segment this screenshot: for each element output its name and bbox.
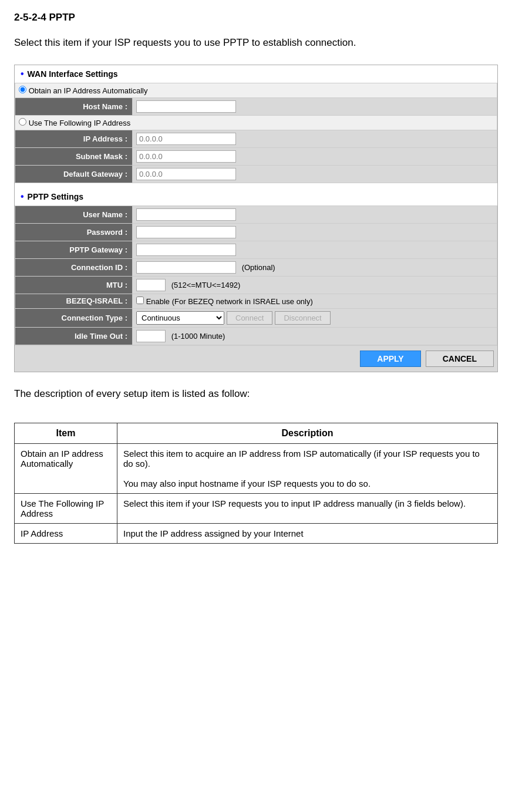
connection-id-label: Connection ID : — [15, 258, 133, 276]
ip-address-row: IP Address : — [15, 130, 497, 147]
user-name-label: User Name : — [15, 205, 133, 223]
host-name-input[interactable] — [136, 100, 236, 113]
use-following-radio[interactable] — [19, 118, 26, 126]
host-name-label: Host Name : — [15, 97, 133, 115]
desc-col-item: Item — [15, 423, 117, 444]
subnet-mask-input[interactable] — [136, 150, 236, 163]
settings-box: • WAN Interface Settings Obtain an IP Ad… — [14, 65, 498, 372]
desc-row-0: Obtain an IP address Automatically Selec… — [15, 444, 498, 494]
pptp-form-table: User Name : Password : PPTP Gateway : 0.… — [15, 205, 497, 345]
wan-bullet-icon: • — [21, 69, 24, 79]
bezeq-value-cell: Enable (For BEZEQ network in ISRAEL use … — [133, 294, 497, 308]
connection-id-value-cell: (Optional) — [133, 258, 497, 276]
obtain-auto-row: Obtain an IP Address Automatically — [15, 83, 497, 97]
connection-type-controls: Continuous Connect on Demand Manual Conn… — [136, 311, 493, 325]
bezeq-row: BEZEQ-ISRAEL : Enable (For BEZEQ network… — [15, 294, 497, 308]
default-gateway-label: Default Gateway : — [15, 165, 133, 183]
obtain-auto-radio[interactable] — [19, 86, 26, 93]
desc-desc-1: Select this item if your ISP requests yo… — [117, 494, 498, 524]
subnet-mask-label: Subnet Mask : — [15, 147, 133, 165]
desc-col-description: Description — [117, 423, 498, 444]
intro-text: Select this item if your ISP requests yo… — [14, 35, 498, 50]
ip-address-label: IP Address : — [15, 130, 133, 147]
use-following-label[interactable]: Use The Following IP Address — [19, 119, 130, 127]
ip-address-value-cell — [133, 130, 497, 147]
idle-timeout-input[interactable]: 10 — [136, 330, 166, 342]
idle-timeout-row: Idle Time Out : 10 (1-1000 Minute) — [15, 327, 497, 345]
mtu-row: MTU : 1392 (512<=MTU<=1492) — [15, 276, 497, 294]
desc-desc-0: Select this item to acquire an IP addres… — [117, 444, 498, 494]
connection-type-row: Connection Type : Continuous Connect on … — [15, 308, 497, 327]
password-row: Password : — [15, 223, 497, 241]
mtu-label: MTU : — [15, 276, 133, 294]
subnet-mask-value-cell — [133, 147, 497, 165]
wan-section-header: • WAN Interface Settings — [15, 65, 497, 83]
obtain-auto-label[interactable]: Obtain an IP Address Automatically — [19, 86, 147, 95]
pptp-gateway-input[interactable]: 0.0.0.0 — [136, 244, 236, 256]
action-row: APPLY CANCEL — [15, 345, 497, 372]
idle-timeout-value-cell: 10 (1-1000 Minute) — [133, 327, 497, 345]
pptp-bullet-icon: • — [21, 191, 24, 202]
pptp-gateway-value-cell: 0.0.0.0 — [133, 241, 497, 258]
mtu-value-cell: 1392 (512<=MTU<=1492) — [133, 276, 497, 294]
desc-item-0: Obtain an IP address Automatically — [15, 444, 117, 494]
use-following-row: Use The Following IP Address — [15, 115, 497, 130]
description-intro: The description of every setup item is l… — [14, 386, 498, 402]
bezeq-label: BEZEQ-ISRAEL : — [15, 294, 133, 308]
host-name-row: Host Name : — [15, 97, 497, 115]
user-name-value-cell — [133, 205, 497, 223]
connection-id-input[interactable] — [136, 261, 236, 274]
pptp-gateway-row: PPTP Gateway : 0.0.0.0 — [15, 241, 497, 258]
password-label: Password : — [15, 223, 133, 241]
mtu-input[interactable]: 1392 — [136, 279, 166, 291]
desc-desc-2: Input the IP address assigned by your In… — [117, 524, 498, 544]
pptp-header-label: PPTP Settings — [28, 192, 83, 201]
mtu-note: (512<=MTU<=1492) — [171, 281, 241, 289]
desc-item-2: IP Address — [15, 524, 117, 544]
bezeq-checkbox-label[interactable]: Enable (For BEZEQ network in ISRAEL use … — [136, 297, 313, 306]
default-gateway-value-cell — [133, 165, 497, 183]
bezeq-checkbox[interactable] — [136, 297, 144, 304]
user-name-input[interactable] — [136, 208, 236, 221]
connection-type-label: Connection Type : — [15, 308, 133, 327]
cancel-button[interactable]: CANCEL — [426, 351, 494, 367]
subnet-mask-row: Subnet Mask : — [15, 147, 497, 165]
wan-header-label: WAN Interface Settings — [28, 69, 118, 79]
connection-id-row: Connection ID : (Optional) — [15, 258, 497, 276]
description-table: Item Description Obtain an IP address Au… — [14, 423, 498, 544]
desc-item-1: Use The Following IP Address — [15, 494, 117, 524]
connection-type-select[interactable]: Continuous Connect on Demand Manual — [136, 311, 224, 325]
host-name-value-cell — [133, 97, 497, 115]
connect-button[interactable]: Connect — [227, 311, 272, 325]
pptp-gateway-label: PPTP Gateway : — [15, 241, 133, 258]
apply-button[interactable]: APPLY — [360, 351, 420, 367]
desc-row-1: Use The Following IP Address Select this… — [15, 494, 498, 524]
password-value-cell — [133, 223, 497, 241]
password-input[interactable] — [136, 226, 236, 238]
page-title: 2-5-2-4 PPTP — [14, 12, 498, 23]
idle-timeout-note: (1-1000 Minute) — [171, 332, 225, 341]
connection-type-value-cell: Continuous Connect on Demand Manual Conn… — [133, 308, 497, 327]
user-name-row: User Name : — [15, 205, 497, 223]
optional-text: (Optional) — [242, 263, 275, 272]
default-gateway-input[interactable] — [136, 168, 236, 180]
default-gateway-row: Default Gateway : — [15, 165, 497, 183]
disconnect-button[interactable]: Disconnect — [275, 311, 330, 325]
wan-form-table: Obtain an IP Address Automatically Host … — [15, 83, 497, 183]
desc-table-header-row: Item Description — [15, 423, 498, 444]
bezeq-checkbox-text: Enable (For BEZEQ network in ISRAEL use … — [146, 297, 313, 306]
pptp-section-header: • PPTP Settings — [15, 188, 497, 205]
desc-row-2: IP Address Input the IP address assigned… — [15, 524, 498, 544]
idle-timeout-label: Idle Time Out : — [15, 327, 133, 345]
ip-address-input[interactable] — [136, 133, 236, 145]
